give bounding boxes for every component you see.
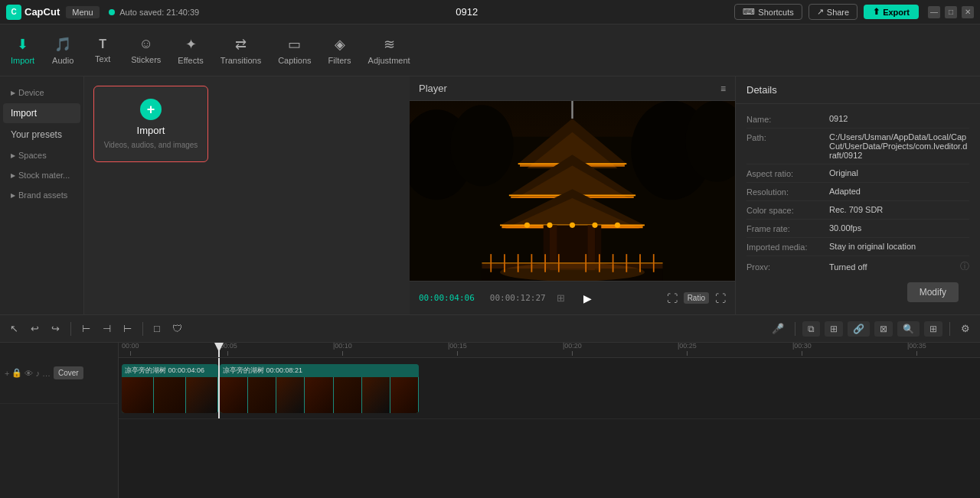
tool-stickers[interactable]: ☺ Stickers: [123, 31, 168, 69]
tool-effects[interactable]: ✦ Effects: [170, 31, 211, 70]
fullscreen-icon[interactable]: ⛶: [715, 292, 726, 304]
proxy-info-icon[interactable]: ⓘ: [960, 260, 969, 270]
svg-point-41: [500, 263, 645, 281]
tool-audio[interactable]: 🎵 Audio: [44, 31, 82, 70]
tool-stickers-label: Stickers: [131, 55, 161, 64]
detail-value-colorspace: Rec. 709 SDR: [829, 205, 969, 214]
stickers-icon: ☺: [139, 36, 153, 52]
import-card[interactable]: + Import Videos, audios, and images: [93, 86, 208, 162]
shield-button[interactable]: 🛡: [168, 321, 186, 337]
tool-filters[interactable]: ◈ Filters: [321, 31, 359, 70]
track-audio-icon[interactable]: ♪: [35, 369, 40, 378]
clip-thumbnails-2: [220, 377, 419, 413]
zoom-out-button[interactable]: 🔍: [897, 321, 920, 337]
ratio-badge[interactable]: Ratio: [684, 292, 709, 304]
split-button[interactable]: ⊢: [78, 321, 94, 337]
detail-row-aspect: Aspect ratio: Original: [746, 164, 969, 183]
redo-button[interactable]: ↪: [47, 321, 64, 337]
sidebar-item-brand[interactable]: Brand assets: [3, 186, 80, 204]
modify-button[interactable]: Modify: [907, 282, 959, 302]
clip-thumb: [305, 377, 333, 413]
time-total: 00:00:12:27: [490, 293, 546, 303]
trim-left-button[interactable]: ⊣: [99, 321, 115, 337]
time-current: 00:00:04:06: [419, 293, 475, 303]
minimize-button[interactable]: —: [928, 6, 940, 18]
top-right-actions: ⌨ Shortcuts ↗ Share ⬆ Export — □ ✕: [734, 4, 974, 20]
toolbar-separator-2: [142, 322, 143, 336]
import-icon: ⬇: [17, 36, 28, 53]
timeline: ↖ ↩ ↪ ⊢ ⊣ ⊢ □ 🛡 🎤 ⧉ ⊞ 🔗 ⊠ 🔍 ⊞ ⚙ + 🔒: [0, 314, 980, 498]
track-add-icon[interactable]: +: [5, 369, 9, 378]
undo-button[interactable]: ↩: [27, 321, 43, 337]
close-button[interactable]: ✕: [962, 6, 974, 18]
player-menu-icon[interactable]: ≡: [720, 83, 726, 94]
track-visible-icon[interactable]: 👁: [24, 369, 33, 378]
detail-value-imported: Stay in original location: [829, 242, 969, 251]
tool-text[interactable]: T Text: [83, 33, 122, 68]
maximize-button[interactable]: □: [945, 6, 957, 18]
video-scene-svg: [410, 101, 735, 281]
share-icon: ↗: [817, 7, 824, 17]
connect-button[interactable]: ⊞: [825, 321, 843, 337]
trim-right-button[interactable]: ⊢: [119, 321, 136, 337]
tool-import-label: Import: [11, 56, 34, 65]
tool-captions[interactable]: ▭ Captions: [270, 31, 318, 70]
tool-transitions[interactable]: ⇄ Transitions: [213, 31, 269, 70]
svg-point-3: [450, 105, 514, 186]
link-button[interactable]: 🔗: [848, 321, 870, 337]
clip-thumb: [248, 377, 276, 413]
auto-saved-dot: [109, 9, 115, 15]
track-split-button[interactable]: ⧉: [802, 321, 820, 337]
video-clip-1[interactable]: 凉亭旁的湖树 00:00:04:06: [122, 364, 218, 413]
resize-fit-icon[interactable]: ⛶: [667, 292, 678, 304]
menu-button[interactable]: Menu: [66, 6, 100, 18]
unlink-button[interactable]: ⊠: [874, 321, 893, 337]
settings-button[interactable]: ⚙: [957, 321, 974, 337]
player-video: [410, 101, 735, 281]
shortcuts-button[interactable]: ⌨ Shortcuts: [734, 4, 802, 20]
clip-thumb: [220, 377, 248, 413]
mic-button[interactable]: 🎤: [768, 321, 788, 337]
playhead: [218, 343, 220, 357]
grid-icon[interactable]: ⊞: [557, 292, 565, 304]
tool-adjustment[interactable]: ≋ Adjustment: [361, 31, 418, 70]
zoom-in-button[interactable]: ⊞: [924, 321, 942, 337]
tool-import[interactable]: ⬇ Import: [3, 31, 42, 70]
detail-label-resolution: Resolution:: [746, 187, 823, 197]
play-button[interactable]: ▶: [579, 289, 597, 308]
tool-effects-label: Effects: [178, 56, 203, 65]
detail-row-imported: Imported media: Stay in original locatio…: [746, 238, 969, 256]
ruler-mark-0: 00:00: [122, 343, 139, 356]
detail-row-proxy: Proxy: Turned off ⓘ: [746, 256, 969, 270]
export-button[interactable]: ⬆ Export: [864, 5, 919, 19]
details-header: Details: [736, 76, 980, 104]
sidebar-item-presets[interactable]: Your presets: [3, 125, 80, 145]
captions-icon: ▭: [288, 36, 301, 53]
clip-thumb: [362, 377, 390, 413]
project-name: 0912: [205, 6, 728, 18]
detail-value-framerate: 30.00fps: [829, 223, 969, 233]
track-header-main: + 🔒 👁 ♪ … Cover: [0, 343, 118, 404]
clip-thumb: [276, 377, 305, 413]
detail-label-aspect: Aspect ratio:: [746, 168, 823, 178]
audio-icon: 🎵: [54, 36, 71, 53]
sidebar-item-spaces[interactable]: Spaces: [3, 146, 80, 164]
sidebar-item-device[interactable]: Device: [3, 83, 80, 102]
sidebar-item-import[interactable]: Import: [3, 103, 80, 123]
video-clip-2[interactable]: 凉亭旁的湖树 00:00:08:21: [220, 364, 419, 413]
detail-value-name: 0912: [829, 114, 969, 123]
cursor-tool[interactable]: ↖: [6, 321, 22, 337]
logo-icon: C: [6, 5, 21, 20]
detail-row-framerate: Frame rate: 30.00fps: [746, 220, 969, 238]
share-button[interactable]: ↗ Share: [808, 4, 858, 20]
window-controls: — □ ✕: [928, 6, 974, 18]
track-more-icon[interactable]: …: [42, 369, 51, 378]
cover-button[interactable]: Cover: [54, 366, 83, 379]
delete-button[interactable]: □: [150, 321, 164, 337]
sidebar-item-stock[interactable]: Stock mater...: [3, 166, 80, 184]
details-footer: Modify: [736, 270, 980, 314]
export-icon: ⬆: [873, 7, 880, 17]
shortcuts-icon: ⌨: [743, 7, 755, 17]
player-header: Player ≡: [410, 76, 735, 101]
track-lock-icon[interactable]: 🔒: [11, 368, 22, 378]
